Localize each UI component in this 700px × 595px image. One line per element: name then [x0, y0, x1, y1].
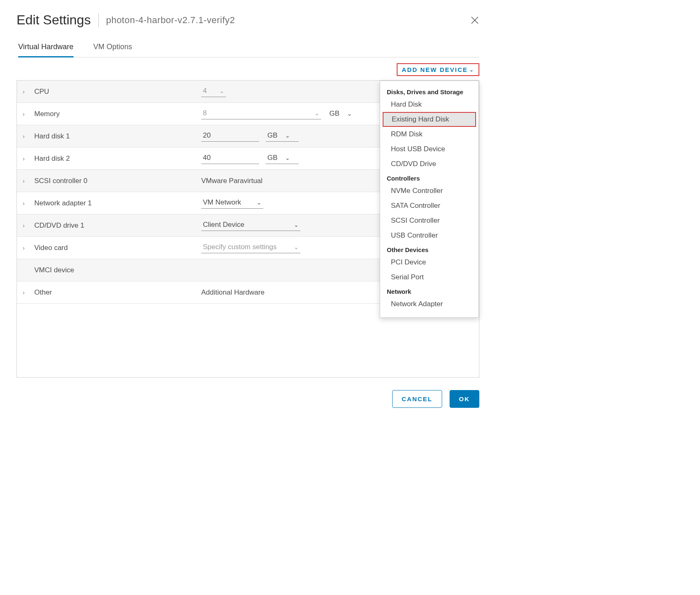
memory-unit-select[interactable]: GB ⌄ [328, 109, 361, 119]
chevron-down-icon: ⌄ [294, 221, 299, 228]
chevron-right-icon: › [23, 222, 29, 229]
chevron-down-icon: ⌄ [347, 110, 352, 117]
device-table: › CPU 4 ⌄ › Memory 8 ⌄ GB ⌄ › Hard disk … [17, 80, 479, 378]
row-label: SCSI controller 0 [34, 177, 195, 185]
menu-item-pci-device[interactable]: PCI Device [380, 255, 479, 270]
hd2-unit-select[interactable]: GB ⌄ [266, 153, 299, 164]
title-divider [98, 13, 99, 27]
menu-item-sata-controller[interactable]: SATA Controller [380, 198, 479, 213]
vm-name: photon-4-harbor-v2.7.1-verify2 [106, 15, 235, 26]
tabs: Virtual Hardware VM Options [17, 40, 479, 57]
chevron-right-icon: › [23, 133, 29, 140]
row-label: Memory [34, 110, 195, 118]
chevron-right-icon: › [23, 88, 29, 95]
menu-section-network: Network [380, 285, 479, 297]
video-card-select[interactable]: Specify custom settings ⌄ [201, 242, 300, 253]
dialog-header: Edit Settings photon-4-harbor-v2.7.1-ver… [17, 12, 479, 28]
hd2-unit: GB [267, 154, 278, 162]
chevron-right-icon: › [23, 289, 29, 296]
menu-section-disks: Disks, Drives and Storage [380, 85, 479, 97]
hd1-value-input[interactable]: 20 [201, 131, 259, 142]
tab-virtual-hardware[interactable]: Virtual Hardware [18, 40, 74, 57]
memory-unit: GB [329, 109, 340, 118]
hd1-unit: GB [267, 131, 278, 140]
menu-item-usb-controller[interactable]: USB Controller [380, 228, 479, 243]
chevron-down-icon: ⌄ [285, 155, 290, 161]
tab-vm-options[interactable]: VM Options [93, 40, 132, 57]
cd-dvd-value: Client Device [203, 221, 288, 229]
chevron-right-icon: › [23, 178, 29, 184]
dialog-title: Edit Settings [17, 12, 91, 28]
row-label: Hard disk 1 [34, 132, 195, 140]
video-card-value: Specify custom settings [203, 243, 288, 251]
add-new-device-label: ADD NEW DEVICE [402, 66, 468, 73]
menu-item-hard-disk[interactable]: Hard Disk [380, 97, 479, 112]
menu-section-controllers: Controllers [380, 171, 479, 183]
memory-value: 8 [203, 109, 309, 117]
toolbar: ADD NEW DEVICE ⌄ [17, 57, 479, 80]
menu-item-host-usb-device[interactable]: Host USB Device [380, 142, 479, 157]
cpu-value: 4 [203, 87, 214, 95]
row-label: Hard disk 2 [34, 155, 195, 163]
network-adapter-value: VM Network [203, 198, 251, 207]
menu-item-cd-dvd-drive[interactable]: CD/DVD Drive [380, 157, 479, 171]
menu-item-rdm-disk[interactable]: RDM Disk [380, 127, 479, 142]
chevron-right-icon: › [23, 155, 29, 162]
row-label: CD/DVD drive 1 [34, 221, 195, 230]
chevron-down-icon: ⌄ [219, 88, 224, 94]
dialog-footer: CANCEL OK [17, 378, 479, 408]
row-label: Video card [34, 244, 195, 252]
menu-item-existing-hard-disk[interactable]: Existing Hard Disk [383, 112, 476, 127]
chevron-right-icon: › [23, 245, 29, 251]
cancel-button[interactable]: CANCEL [392, 390, 442, 408]
chevron-down-icon: ⌄ [257, 199, 262, 206]
row-label: VMCI device [34, 266, 195, 274]
chevron-down-icon: ⌄ [294, 244, 299, 250]
add-new-device-button[interactable]: ADD NEW DEVICE ⌄ [397, 63, 479, 76]
hd2-value: 40 [203, 154, 257, 162]
menu-item-nvme-controller[interactable]: NVMe Controller [380, 183, 479, 198]
chevron-down-icon: ⌄ [314, 110, 319, 117]
row-label: Other [34, 288, 195, 297]
cpu-select[interactable]: 4 ⌄ [201, 86, 226, 97]
hd1-unit-select[interactable]: GB ⌄ [266, 131, 299, 142]
add-new-device-menu: Disks, Drives and Storage Hard Disk Exis… [380, 81, 479, 318]
ok-button[interactable]: OK [450, 390, 480, 408]
row-label: Network adapter 1 [34, 199, 195, 207]
chevron-right-icon: › [23, 200, 29, 207]
menu-section-other-devices: Other Devices [380, 243, 479, 255]
menu-item-serial-port[interactable]: Serial Port [380, 270, 479, 285]
chevron-down-icon: ⌄ [469, 67, 474, 73]
memory-value-select[interactable]: 8 ⌄ [201, 108, 321, 119]
chevron-right-icon: › [23, 111, 29, 117]
row-label: CPU [34, 88, 195, 96]
hd1-value: 20 [203, 131, 257, 140]
network-adapter-select[interactable]: VM Network ⌄ [201, 198, 263, 209]
menu-item-network-adapter[interactable]: Network Adapter [380, 297, 479, 312]
cd-dvd-select[interactable]: Client Device ⌄ [201, 220, 300, 231]
dialog-header-left: Edit Settings photon-4-harbor-v2.7.1-ver… [17, 12, 235, 28]
close-icon[interactable] [470, 16, 479, 25]
menu-item-scsi-controller[interactable]: SCSI Controller [380, 213, 479, 228]
hd2-value-input[interactable]: 40 [201, 153, 259, 164]
chevron-down-icon: ⌄ [285, 132, 290, 139]
